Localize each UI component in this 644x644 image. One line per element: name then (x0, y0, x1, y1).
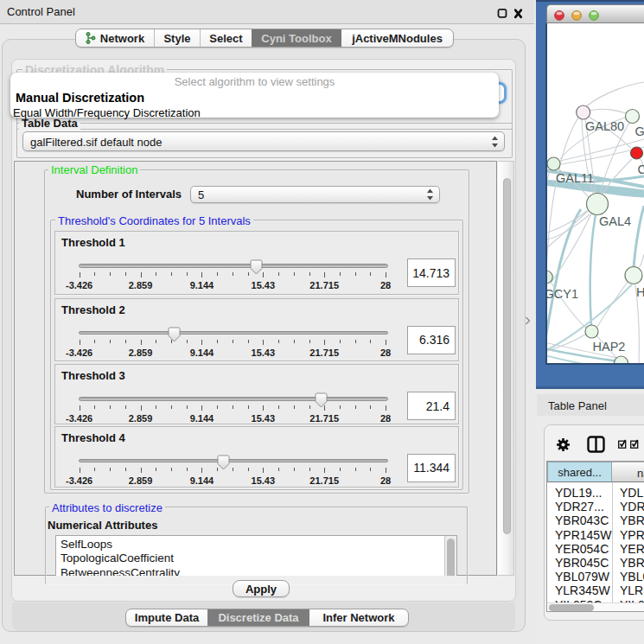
svg-text:HAP2: HAP2 (593, 340, 626, 354)
svg-text:C: C (638, 163, 644, 176)
svg-text:GCY1: GCY1 (547, 287, 578, 301)
svg-text:GAL80: GAL80 (585, 119, 624, 133)
svg-text:GAL11: GAL11 (556, 171, 594, 185)
svg-text:GAL4: GAL4 (599, 214, 631, 228)
svg-text:H: H (636, 285, 644, 299)
svg-text:GA: GA (635, 124, 644, 138)
